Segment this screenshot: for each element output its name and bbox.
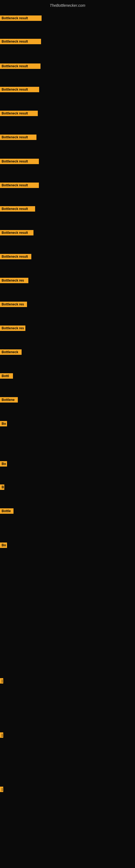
bottleneck-row-23: | xyxy=(0,678,3,684)
bottleneck-row-19: Bo xyxy=(0,461,7,467)
bottleneck-row-13: Bottleneck res xyxy=(0,302,27,307)
bottleneck-row-20: B xyxy=(0,485,4,490)
bottleneck-row-10: Bottleneck result xyxy=(0,230,34,236)
bottleneck-row-24: | xyxy=(0,733,3,738)
bottleneck-row-3: Bottleneck result xyxy=(0,63,41,69)
bottleneck-row-14: Bottleneck res xyxy=(0,326,26,331)
bottleneck-row-21: Bottle xyxy=(0,508,13,514)
bottleneck-row-1: Bottleneck result xyxy=(0,16,42,21)
bottleneck-row-8: Bottleneck result xyxy=(0,183,39,188)
bottleneck-row-16: Bottl xyxy=(0,373,13,379)
bottleneck-row-7: Bottleneck result xyxy=(0,159,39,164)
bottleneck-row-18: Bo xyxy=(0,421,7,426)
bottleneck-row-15: Bottleneck xyxy=(0,349,21,355)
bottleneck-row-17: Bottlene xyxy=(0,397,18,403)
bottleneck-row-22: Bo xyxy=(0,542,7,548)
bottleneck-row-4: Bottleneck result xyxy=(0,87,39,92)
bottleneck-row-12: Bottleneck res xyxy=(0,278,28,283)
bottleneck-row-6: Bottleneck result xyxy=(0,134,37,140)
bottleneck-row-9: Bottleneck result xyxy=(0,206,35,212)
bottleneck-row-11: Bottleneck result xyxy=(0,254,31,259)
site-title: TheBottlenecker.com xyxy=(0,1,135,10)
bottleneck-row-2: Bottleneck result xyxy=(0,39,41,44)
bottleneck-row-5: Bottleneck result xyxy=(0,111,38,116)
bottleneck-row-25: | xyxy=(0,786,3,792)
